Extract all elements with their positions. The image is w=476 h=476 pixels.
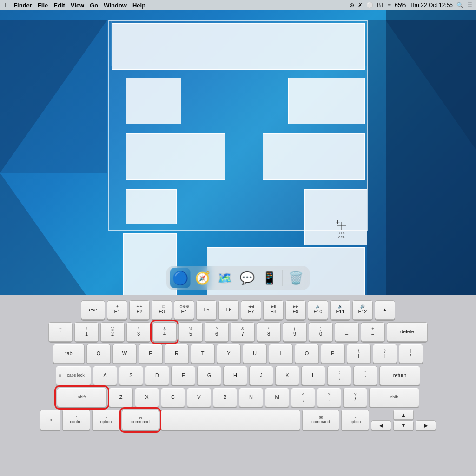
key-g[interactable]: G	[197, 366, 221, 385]
dock-slack[interactable]: 💬	[237, 268, 258, 288]
menu-help[interactable]: Help	[132, 2, 145, 9]
key-backslash[interactable]: |\	[399, 344, 423, 364]
key-a[interactable]: A	[93, 366, 117, 385]
dock-phone[interactable]: 📱	[259, 268, 280, 288]
key-v[interactable]: V	[187, 388, 211, 407]
key-o[interactable]: O	[295, 344, 319, 364]
key-e[interactable]: E	[139, 344, 163, 364]
key-9[interactable]: (9	[283, 322, 307, 342]
key-f2[interactable]: ✦✦F2	[129, 300, 150, 320]
key-equals[interactable]: +=	[361, 322, 385, 342]
key-f4[interactable]: ⚙⚙⚙F4	[174, 300, 194, 320]
key-f3[interactable]: □F3	[152, 300, 172, 320]
key-c[interactable]: C	[161, 388, 185, 407]
apple-menu[interactable]: 	[4, 1, 6, 9]
bluetooth-status[interactable]: BT	[377, 2, 384, 8]
key-eject[interactable]: ▲	[375, 300, 395, 320]
key-i[interactable]: I	[269, 344, 293, 364]
key-arrow-right[interactable]: ▶	[416, 420, 436, 430]
key-f12[interactable]: 🔊F12	[352, 300, 373, 320]
key-5[interactable]: %5	[178, 322, 203, 342]
key-t[interactable]: T	[191, 344, 215, 364]
key-3[interactable]: #3	[126, 322, 151, 342]
key-u[interactable]: U	[243, 344, 267, 364]
menu-file[interactable]: File	[38, 2, 48, 9]
key-tab[interactable]: tab	[53, 344, 85, 364]
notification-icon[interactable]: ☰	[467, 2, 472, 8]
key-quote[interactable]: "'	[353, 366, 377, 385]
key-q[interactable]: Q	[86, 344, 111, 364]
key-d[interactable]: D	[145, 366, 169, 385]
key-option-left[interactable]: ~option	[92, 410, 120, 430]
key-b[interactable]: B	[213, 388, 237, 407]
key-j[interactable]: J	[249, 366, 273, 385]
key-w[interactable]: W	[112, 344, 137, 364]
key-0[interactable]: )0	[309, 322, 333, 342]
key-x[interactable]: X	[135, 388, 159, 407]
key-6[interactable]: ^6	[205, 322, 229, 342]
key-1[interactable]: !1	[74, 322, 99, 342]
key-f10[interactable]: 🔈F10	[308, 300, 328, 320]
key-h[interactable]: H	[223, 366, 247, 385]
key-minus[interactable]: _–	[335, 322, 359, 342]
key-rbracket[interactable]: }]	[373, 344, 397, 364]
key-delete[interactable]: delete	[387, 322, 428, 342]
key-2[interactable]: @2	[100, 322, 125, 342]
key-shift-left[interactable]: shift	[57, 388, 107, 407]
dock-trash[interactable]: 🗑️	[286, 268, 306, 288]
fn-row: esc ✦F1 ✦✦F2 □F3 ⚙⚙⚙F4 F5 F6 ◀◀F7 ▶▮F8 ▶…	[5, 300, 471, 320]
key-f5[interactable]: F5	[196, 300, 217, 320]
key-l[interactable]: L	[301, 366, 325, 385]
key-control[interactable]: ^control	[62, 410, 90, 430]
app-name[interactable]: Finder	[13, 2, 32, 9]
search-icon[interactable]: 🔍	[456, 2, 463, 8]
key-space[interactable]	[161, 410, 300, 430]
bt-icon[interactable]: ✗	[358, 2, 363, 8]
wifi-status[interactable]: ≈	[388, 2, 391, 8]
key-f11[interactable]: 🔉F11	[330, 300, 350, 320]
key-f9[interactable]: ▶▶F9	[285, 300, 306, 320]
menu-extra-1[interactable]: ⚪	[366, 2, 373, 8]
key-esc[interactable]: esc	[81, 300, 105, 320]
key-command-right[interactable]: ⌘command	[302, 410, 339, 430]
menu-window[interactable]: Window	[104, 2, 127, 9]
key-command-left[interactable]: ⌘command	[122, 410, 159, 430]
key-fn[interactable]: fn	[40, 410, 60, 430]
key-s[interactable]: S	[119, 366, 143, 385]
key-4[interactable]: $4	[152, 322, 177, 342]
key-k[interactable]: K	[275, 366, 299, 385]
key-caps-lock[interactable]: caps lock	[56, 366, 91, 385]
key-f7[interactable]: ◀◀F7	[241, 300, 261, 320]
key-n[interactable]: N	[239, 388, 263, 407]
key-8[interactable]: *8	[257, 322, 281, 342]
key-f[interactable]: F	[171, 366, 195, 385]
dock-finder[interactable]: 🔵	[170, 268, 191, 288]
key-f6[interactable]: F6	[218, 300, 239, 320]
key-r[interactable]: R	[165, 344, 189, 364]
key-semicolon[interactable]: :;	[327, 366, 351, 385]
dock-safari[interactable]: 🧭	[192, 268, 213, 288]
key-return[interactable]: return	[379, 366, 420, 385]
key-lbracket[interactable]: {[	[347, 344, 371, 364]
key-arrow-left[interactable]: ◀	[371, 420, 391, 430]
key-y[interactable]: Y	[217, 344, 241, 364]
key-f8[interactable]: ▶▮F8	[263, 300, 284, 320]
key-period[interactable]: >.	[317, 388, 341, 407]
key-z[interactable]: Z	[109, 388, 133, 407]
key-7[interactable]: &7	[231, 322, 255, 342]
key-p[interactable]: P	[321, 344, 345, 364]
wifi-icon[interactable]: ⊛	[350, 2, 354, 8]
key-backtick[interactable]: ~`	[48, 322, 73, 342]
key-arrow-up[interactable]: ▲	[393, 410, 414, 420]
key-m[interactable]: M	[265, 388, 289, 407]
menu-edit[interactable]: Edit	[53, 2, 65, 9]
key-f1[interactable]: ✦F1	[107, 300, 127, 320]
key-arrow-down[interactable]: ▼	[393, 420, 414, 430]
key-shift-right[interactable]: shift	[369, 388, 419, 407]
key-comma[interactable]: <,	[291, 388, 315, 407]
key-option-right[interactable]: ~option	[341, 410, 369, 430]
key-slash[interactable]: ?/	[343, 388, 367, 407]
menu-view[interactable]: View	[71, 2, 84, 9]
menu-go[interactable]: Go	[90, 2, 98, 9]
dock-maps[interactable]: 🗺️	[215, 268, 235, 288]
